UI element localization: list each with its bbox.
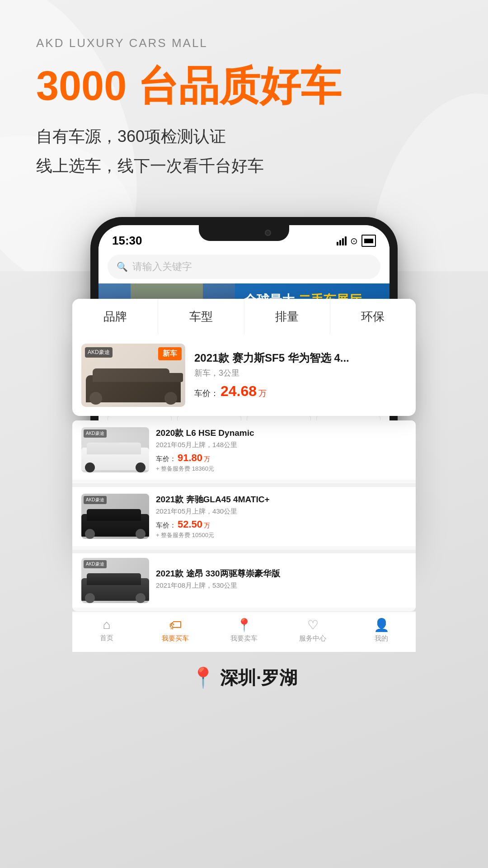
dealer-badge-main: AKD豪途: [85, 347, 113, 358]
nav-buy-label: 我要买车: [162, 634, 189, 643]
sell-nav-icon: 📍: [236, 618, 252, 632]
location-display: 📍 深圳·罗湖: [0, 665, 488, 690]
signal-icon: [337, 236, 347, 245]
nav-service[interactable]: ♡ 服务中心: [278, 618, 347, 643]
search-placeholder: 请输入关键字: [132, 260, 192, 274]
dealer-l6: AKD豪途: [84, 429, 107, 438]
main-car-price-row: 车价： 24.68 万: [194, 383, 407, 400]
main-car-title: 2021款 赛力斯SF5 华为智选 4...: [194, 351, 407, 365]
car-image-l6: AKD豪途: [81, 427, 149, 472]
car-image-tuang: AKD豪途: [81, 558, 149, 603]
list-divider-1: [72, 483, 416, 487]
new-badge: 新车: [158, 347, 182, 360]
car-title-tuang: 2021款 途昂 330两驱尊崇豪华版: [156, 568, 407, 580]
floating-cat-pailiang[interactable]: 排量: [244, 299, 330, 335]
battery-icon: [361, 235, 376, 247]
nav-mine[interactable]: 👤 我的: [347, 618, 416, 643]
nav-sell-label: 我要卖车: [230, 634, 258, 643]
car-price-l6: 车价： 91.80 万: [156, 452, 407, 464]
search-bar: 🔍 请输入关键字: [99, 250, 389, 283]
nav-sell[interactable]: 📍 我要卖车: [210, 618, 278, 643]
main-bottom-nav: ⌂ 首页 🏷 我要买车 📍 我要卖车 ♡ 服务中心 👤 我的: [72, 612, 416, 652]
main-car-price-label: 车价：: [194, 388, 219, 399]
car-meta-gla45: 2021年05月上牌，430公里: [156, 507, 407, 516]
floating-cat-pinpai[interactable]: 品牌: [72, 299, 158, 335]
location-name: 深圳·罗湖: [220, 665, 297, 690]
car-meta-l6: 2021年05月上牌，148公里: [156, 441, 407, 449]
main-car-price-value: 24.68: [221, 383, 257, 400]
bottom-location: 📍 深圳·罗湖: [0, 652, 488, 708]
car-list-section: AKD豪途 2020款 L6 HSE Dynamic 2021年05月上牌，14…: [0, 420, 488, 611]
brand-name: AKD LUXURY CARS MALL: [36, 36, 452, 50]
nav-buy[interactable]: 🏷 我要买车: [141, 618, 210, 643]
floating-category-row: 品牌 车型 排量 环保: [72, 299, 416, 335]
car-info-gla45: 2021款 奔驰GLA45 4MATIC+ 2021年05月上牌，430公里 车…: [156, 494, 407, 539]
main-car-image-wrap: 新车 AKD豪途: [81, 344, 185, 407]
bottom-nav-bar: ⌂ 首页 🏷 我要买车 📍 我要卖车 ♡ 服务中心 👤 我的: [72, 611, 416, 652]
front-camera: [265, 230, 271, 236]
car-list-item-1[interactable]: AKD豪途 2021款 奔驰GLA45 4MATIC+ 2021年05月上牌，4…: [72, 487, 416, 546]
car-list-item-2[interactable]: AKD豪途 2021款 途昂 330两驱尊崇豪华版 2021年08月上牌，530…: [72, 553, 416, 608]
top-section: AKD LUXURY CARS MALL 3000 台品质好车 自有车源，360…: [0, 0, 488, 199]
car-info-l6: 2020款 L6 HSE Dynamic 2021年05月上牌，148公里 车价…: [156, 427, 407, 473]
car-meta-tuang: 2021年08月上牌，530公里: [156, 581, 407, 590]
bottom-nav-outside: ⌂ 首页 🏷 我要买车 📍 我要卖车 ♡ 服务中心 👤 我的: [0, 611, 488, 652]
phone-notch: [199, 225, 289, 241]
status-time: 15:30: [112, 234, 142, 248]
service-nav-icon: ♡: [307, 618, 319, 632]
home-nav-icon: ⌂: [103, 618, 111, 632]
floating-cat-chexing[interactable]: 车型: [158, 299, 244, 335]
buy-nav-icon: 🏷: [169, 618, 182, 632]
nav-mine-label: 我的: [375, 634, 388, 643]
car-extra-l6: + 整备服务费 18360元: [156, 465, 407, 473]
car-title-gla45: 2021款 奔驰GLA45 4MATIC+: [156, 494, 407, 505]
status-icons: ⊙: [337, 235, 376, 247]
dealer-gla45: AKD豪途: [84, 496, 107, 504]
nav-home[interactable]: ⌂ 首页: [72, 618, 141, 643]
floating-cat-huanbao[interactable]: 环保: [330, 299, 416, 335]
floating-overlay: 品牌 车型 排量 环保 新车 AKD豪途 2021款: [0, 299, 488, 416]
subtitle: 自有车源，360项检测认证 线上选车，线下一次看千台好车: [36, 122, 452, 181]
main-car-card[interactable]: 新车 AKD豪途 2021款 赛力斯SF5 华为智选 4... 新车，3公里 车…: [72, 335, 416, 416]
car-image-gla45: AKD豪途: [81, 494, 149, 539]
nav-home-label: 首页: [100, 634, 113, 642]
car-info-tuang: 2021款 途昂 330两驱尊崇豪华版 2021年08月上牌，530公里: [156, 568, 407, 593]
list-divider-2: [72, 550, 416, 553]
search-icon: 🔍: [117, 261, 128, 272]
car-list-item-0[interactable]: AKD豪途 2020款 L6 HSE Dynamic 2021年05月上牌，14…: [72, 420, 416, 480]
car-title-l6: 2020款 L6 HSE Dynamic: [156, 427, 407, 439]
main-car-meta: 新车，3公里: [194, 368, 407, 378]
main-car-info: 2021款 赛力斯SF5 华为智选 4... 新车，3公里 车价： 24.68 …: [194, 351, 407, 400]
car-price-gla45: 车价： 52.50 万: [156, 519, 407, 530]
car-list-wrapper: AKD豪途 2020款 L6 HSE Dynamic 2021年05月上牌，14…: [72, 420, 416, 611]
headline: 3000 台品质好车: [36, 64, 452, 108]
floating-card-container: 品牌 车型 排量 环保 新车 AKD豪途 2021款: [72, 299, 416, 416]
search-input-wrap[interactable]: 🔍 请输入关键字: [108, 255, 380, 279]
wifi-icon: ⊙: [350, 236, 358, 246]
dealer-tuang: AKD豪途: [84, 560, 107, 568]
main-car-price-unit: 万: [258, 388, 267, 399]
nav-service-label: 服务中心: [299, 634, 326, 643]
car-extra-gla45: + 整备服务费 10500元: [156, 531, 407, 539]
location-pin-icon: 📍: [191, 666, 216, 689]
mine-nav-icon: 👤: [374, 618, 389, 632]
